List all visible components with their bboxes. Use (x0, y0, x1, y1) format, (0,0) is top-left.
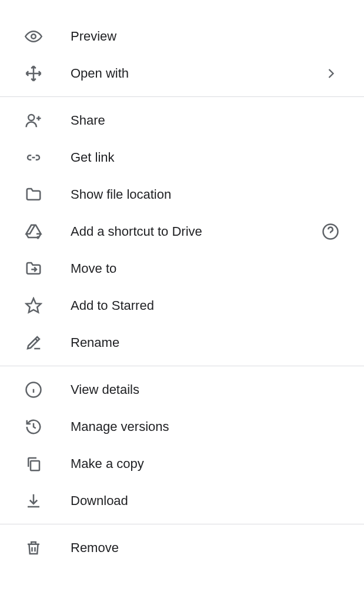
menu-label: Preview (71, 29, 339, 44)
context-menu: Preview Open with Share Get link Show fi… (0, 0, 364, 566)
menu-label: Get link (71, 150, 339, 165)
menu-item-download[interactable]: Download (0, 482, 364, 519)
menu-label: Download (71, 493, 339, 509)
menu-item-manage-versions[interactable]: Manage versions (0, 408, 364, 445)
help-icon[interactable] (322, 223, 339, 240)
menu-item-view-details[interactable]: View details (0, 371, 364, 408)
menu-item-share[interactable]: Share (0, 102, 364, 139)
menu-item-rename[interactable]: Rename (0, 324, 364, 361)
menu-label: Add to Starred (71, 298, 339, 313)
menu-item-move-to[interactable]: Move to (0, 250, 364, 287)
svg-point-1 (28, 115, 34, 121)
menu-item-add-shortcut[interactable]: Add a shortcut to Drive (0, 213, 364, 250)
menu-label: Add a shortcut to Drive (71, 224, 322, 239)
chevron-right-icon (323, 65, 339, 82)
divider (0, 366, 364, 366)
menu-item-make-copy[interactable]: Make a copy (0, 445, 364, 482)
divider (0, 96, 364, 97)
info-icon (25, 381, 71, 399)
trash-icon (25, 539, 71, 557)
svg-point-0 (31, 34, 36, 39)
folder-arrow-icon (25, 260, 71, 277)
eye-icon (25, 28, 71, 45)
folder-icon (25, 186, 71, 203)
history-icon (25, 418, 71, 436)
menu-label: Rename (71, 335, 339, 350)
pencil-icon (25, 334, 71, 352)
menu-label: Move to (71, 261, 339, 276)
menu-item-get-link[interactable]: Get link (0, 139, 364, 176)
svg-rect-6 (31, 461, 39, 470)
star-icon (25, 297, 71, 315)
download-icon (25, 492, 71, 510)
menu-label: Show file location (71, 187, 339, 202)
copy-icon (25, 455, 71, 473)
menu-label: Share (71, 113, 339, 128)
menu-item-preview[interactable]: Preview (0, 18, 364, 55)
link-icon (25, 149, 71, 166)
menu-item-add-starred[interactable]: Add to Starred (0, 287, 364, 324)
svg-marker-4 (26, 298, 41, 312)
drive-shortcut-icon (25, 223, 71, 240)
menu-label: Remove (71, 540, 339, 556)
menu-label: Open with (71, 66, 323, 81)
menu-item-show-location[interactable]: Show file location (0, 176, 364, 213)
menu-item-open-with[interactable]: Open with (0, 55, 364, 92)
menu-label: View details (71, 382, 339, 397)
person-add-icon (25, 112, 71, 129)
menu-item-remove[interactable]: Remove (0, 529, 364, 566)
divider (0, 524, 364, 524)
menu-label: Manage versions (71, 419, 339, 434)
menu-label: Make a copy (71, 456, 339, 471)
arrows-move-icon (25, 65, 71, 82)
